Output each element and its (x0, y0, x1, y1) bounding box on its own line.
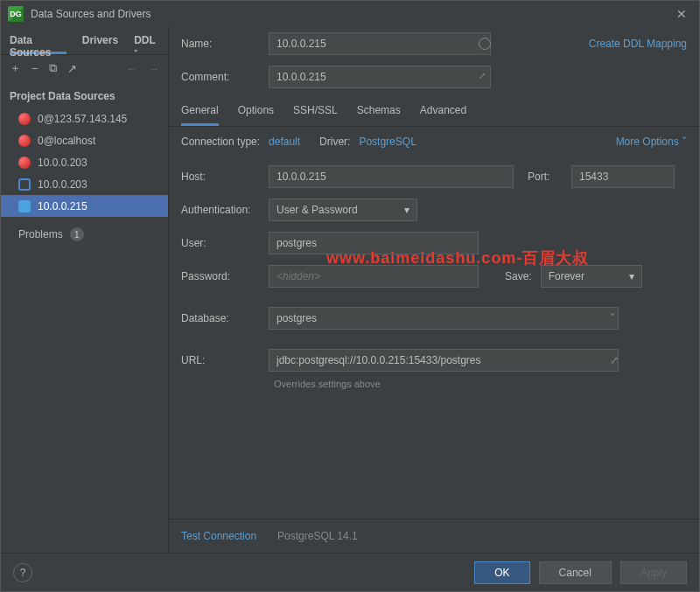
comment-input[interactable] (269, 66, 491, 88)
host-input[interactable] (269, 165, 514, 188)
list-item[interactable]: 10.0.0.203 (1, 151, 168, 173)
add-icon[interactable]: ＋ (10, 60, 21, 76)
tab-general[interactable]: General (181, 104, 219, 126)
user-input[interactable] (269, 232, 479, 254)
close-icon[interactable]: ✕ (671, 7, 692, 21)
data-source-list: 0@123.57.143.145 0@localhost 10.0.0.203 … (1, 108, 168, 217)
url-label: URL: (181, 354, 260, 366)
tab-advanced[interactable]: Advanced (420, 104, 466, 126)
database-input[interactable] (269, 307, 619, 330)
expand-icon[interactable]: ⤢ (610, 354, 619, 366)
expand-icon[interactable]: ⤢ (479, 71, 486, 80)
redis-icon (18, 157, 31, 169)
remove-icon[interactable]: − (32, 62, 38, 75)
list-item[interactable]: 0@123.57.143.145 (1, 108, 168, 129)
color-indicator-icon[interactable] (479, 38, 491, 50)
connection-type-label: Connection type: (181, 136, 260, 148)
port-input[interactable] (571, 165, 675, 188)
main-panel: Name: Create DDL Mapping Comment: ⤢ Gene… (169, 27, 699, 553)
tab-ddl[interactable]: DDL ˅ (134, 34, 159, 54)
undo-icon: ← (126, 62, 137, 75)
tab-options[interactable]: Options (238, 104, 274, 126)
driver-label: Driver: (319, 136, 350, 148)
chevron-down-icon: ▾ (629, 270, 634, 282)
db-outline-icon (18, 178, 31, 191)
redo-icon: → (148, 62, 159, 75)
url-input[interactable] (269, 349, 619, 372)
host-label: Host: (181, 171, 260, 183)
app-icon: DG (8, 6, 24, 22)
driver-link[interactable]: PostgreSQL (359, 136, 416, 148)
chevron-down-icon: ▾ (404, 204, 410, 216)
database-label: Database: (181, 312, 260, 324)
list-item[interactable]: 10.0.0.215 (1, 195, 168, 217)
list-item[interactable]: 10.0.0.203 (1, 173, 168, 195)
authentication-select[interactable]: User & Password▾ (269, 198, 417, 221)
cancel-button[interactable]: Cancel (539, 561, 612, 584)
password-label: Password: (181, 270, 260, 282)
create-ddl-mapping-link[interactable]: Create DDL Mapping (589, 38, 687, 50)
authentication-label: Authentication: (181, 204, 260, 216)
problems-badge: 1 (70, 227, 84, 241)
sidebar-toolbar: ＋ − ⧉ ↗ ← → (1, 55, 168, 81)
save-label: Save: (505, 270, 532, 282)
make-global-icon[interactable]: ↗ (67, 62, 77, 75)
section-project-data-sources: Project Data Sources (1, 81, 168, 108)
password-input[interactable] (269, 265, 479, 288)
postgresql-icon (18, 200, 31, 212)
redis-icon (18, 113, 31, 125)
tab-schemas[interactable]: Schemas (357, 104, 401, 126)
copy-icon[interactable]: ⧉ (49, 61, 57, 75)
apply-button[interactable]: Apply (620, 561, 687, 584)
more-options-link[interactable]: More Options ˅ (616, 136, 687, 148)
comment-label: Comment: (181, 71, 260, 83)
tab-ssh-ssl[interactable]: SSH/SSL (293, 104, 338, 126)
save-select[interactable]: Forever▾ (541, 265, 642, 288)
user-label: User: (181, 237, 260, 249)
sidebar: Data Sources Drivers DDL ˅ ＋ − ⧉ ↗ ← → P… (1, 27, 169, 553)
overrides-note: Overrides settings above (274, 379, 687, 389)
dialog-footer: ? OK Cancel Apply (1, 553, 699, 591)
config-tabs: General Options SSH/SSL Schemas Advanced (169, 94, 699, 127)
chevron-down-icon[interactable]: ˅ (610, 312, 615, 324)
window-title: Data Sources and Drivers (31, 8, 150, 20)
test-connection-link[interactable]: Test Connection (181, 530, 256, 542)
connection-type-link[interactable]: default (269, 136, 300, 148)
tab-data-sources[interactable]: Data Sources (10, 34, 66, 54)
problems-section[interactable]: Problems 1 (1, 217, 168, 247)
port-label: Port: (528, 171, 563, 183)
driver-version: PostgreSQL 14.1 (277, 530, 358, 542)
name-input[interactable] (269, 32, 491, 55)
list-item[interactable]: 0@localhost (1, 129, 168, 151)
titlebar: DG Data Sources and Drivers ✕ (1, 1, 699, 27)
tab-drivers[interactable]: Drivers (82, 34, 118, 54)
redis-icon (18, 135, 31, 147)
ok-button[interactable]: OK (474, 561, 529, 584)
name-label: Name: (181, 38, 260, 50)
help-icon[interactable]: ? (13, 563, 32, 582)
